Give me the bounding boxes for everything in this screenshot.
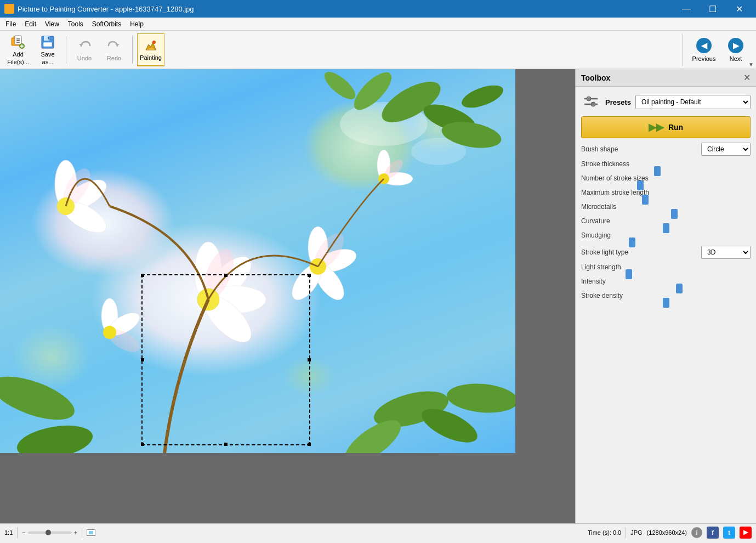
toolbox-panel: Toolbox ✕ Presets Oil painting - Def [575,69,756,523]
undo-icon [77,38,92,54]
menu-edit[interactable]: Edit [20,18,41,30]
svg-point-15 [152,41,156,44]
add-files-label2: File(s)... [7,59,29,65]
run-button[interactable]: ▶▶ Run [581,116,751,138]
max-stroke-length-thumb[interactable] [642,195,649,205]
svg-point-29 [14,420,95,453]
microdetails-thumb[interactable] [671,209,678,219]
close-button[interactable]: ✕ [726,0,752,18]
main-area: Toolbox ✕ Presets Oil painting - Def [0,69,756,523]
run-icon: ▶▶ [649,121,664,133]
stroke-sizes-thumb[interactable] [637,180,644,190]
smudging-thumb[interactable] [629,237,635,247]
svg-rect-11 [43,42,52,47]
maximize-button[interactable]: ☐ [700,0,725,18]
stroke-light-type-select[interactable]: 3D 2D None [701,246,751,259]
intensity-label: Intensity [581,278,751,285]
next-icon: ▶ [728,38,743,53]
status-sep-3 [626,527,626,538]
save-as-label: Save [41,51,54,58]
previous-icon: ◀ [696,38,712,53]
light-strength-label: Light strength [581,263,751,271]
menu-softorbits[interactable]: SoftOrbits [88,18,126,30]
toolbar-more-arrow[interactable]: ▼ [746,60,756,69]
stroke-density-row: Stroke density [581,292,751,302]
undo-label: Undo [77,55,92,61]
microdetails-row: Microdetails [581,203,751,213]
svg-point-23 [320,69,360,104]
add-files-icon [10,35,26,50]
brush-shape-row: Brush shape Circle Square Diamond Line [581,143,751,156]
svg-point-56 [587,97,591,101]
window-controls[interactable]: — ☐ ✕ [674,0,752,18]
undo-button[interactable]: Undo [71,33,98,66]
stroke-light-type-label: Stroke light type [581,248,628,256]
presets-select[interactable]: Oil painting - Default Watercolor - Defa… [635,95,751,109]
menu-view[interactable]: View [41,18,64,30]
previous-button[interactable]: ◀ Previous [688,33,720,66]
menu-bar: File Edit View Tools SoftOrbits Help [0,18,756,31]
max-stroke-length-row: Maximum stroke length [581,189,751,199]
light-strength-row: Light strength [581,263,751,273]
curvature-row: Curvature [581,217,751,227]
add-files-button[interactable]: Add File(s)... [4,33,32,66]
painting-button[interactable]: Painting [137,33,164,66]
brush-shape-control: Brush shape Circle Square Diamond Line [581,143,751,156]
window-title: Picture to Painting Converter - apple-16… [18,5,194,13]
presets-row: Presets Oil painting - Default Watercolo… [581,92,751,112]
stroke-sizes-row: Number of stroke sizes [581,174,751,184]
toolbar-separator-2 [132,36,133,64]
zoom-slider[interactable] [28,531,72,534]
svg-point-58 [591,102,595,106]
canvas-indicator [87,529,95,536]
svg-point-22 [459,81,506,112]
minimize-button[interactable]: — [674,0,699,18]
zoom-value: 1:1 [4,529,13,536]
intensity-row: Intensity [581,278,751,287]
svg-point-27 [446,381,515,415]
nav-area: ◀ Previous ▶ Next [682,33,752,66]
save-as-icon [40,35,55,50]
zoom-out-icon[interactable]: − [22,529,25,536]
redo-label: Redo [107,55,121,61]
svg-rect-2 [15,36,21,44]
toolbox-close-button[interactable]: ✕ [743,72,751,83]
light-strength-thumb[interactable] [626,269,632,279]
youtube-icon[interactable]: ▶ [740,527,752,539]
status-right: Time (s): 0.0 JPG (1280x960x24) i f t ▶ [588,527,752,539]
zoom-in-icon[interactable]: + [74,529,77,536]
toolbar-separator-1 [66,36,66,64]
presets-label: Presets [605,98,631,106]
canvas-svg [0,69,515,453]
stroke-thickness-row: Stroke thickness [581,160,751,170]
redo-button[interactable]: Redo [100,33,128,66]
menu-help[interactable]: Help [126,18,148,30]
stroke-sizes-label: Number of stroke sizes [581,174,751,182]
stroke-thickness-thumb[interactable] [654,166,661,176]
max-stroke-length-label: Maximum stroke length [581,189,751,196]
toolbox-header: Toolbox ✕ [576,69,756,87]
next-label: Next [730,55,742,62]
add-files-label: Add [13,51,24,58]
facebook-icon[interactable]: f [707,527,719,539]
dimensions-display: (1280x960x24) [647,529,687,536]
redo-icon [106,38,122,54]
zoom-thumb[interactable] [46,530,51,535]
curvature-thumb[interactable] [663,223,669,233]
intensity-thumb[interactable] [676,284,683,293]
info-button[interactable]: i [691,527,702,538]
toolbox-body: Presets Oil painting - Default Watercolo… [576,87,756,307]
canvas-area[interactable] [0,69,575,523]
svg-rect-12 [48,37,49,39]
status-sep-2 [82,527,82,538]
format-display: JPG [630,529,642,536]
menu-tools[interactable]: Tools [64,18,88,30]
painting-icon [143,38,158,53]
menu-file[interactable]: File [1,18,20,30]
previous-label: Previous [692,55,716,62]
stroke-density-thumb[interactable] [663,298,669,308]
brush-shape-select[interactable]: Circle Square Diamond Line [701,143,751,156]
app-icon [4,4,14,14]
save-as-button[interactable]: Save as... [34,33,61,66]
twitter-icon[interactable]: t [723,527,735,539]
